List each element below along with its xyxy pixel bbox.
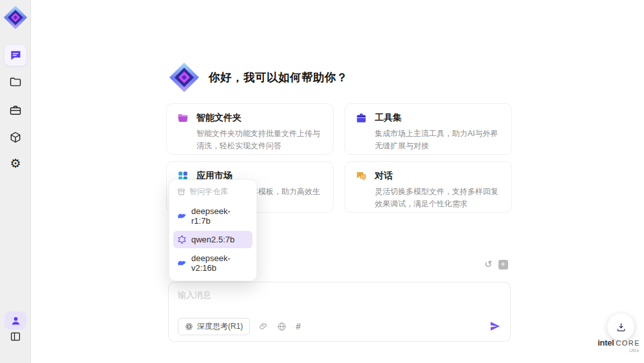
card-smart-folder[interactable]: 智能文件夹 智能文件夹功能支持批量文件上传与清洗，轻松实现文件问答 [166,103,334,155]
card-description: 灵活切换多模型文件，支持多样回复效果调试，满足个性化需求 [375,186,501,210]
message-input[interactable] [178,289,500,314]
card-toolset[interactable]: 工具集 集成市场上主流工具，助力AI与外界无缝扩展与对接 [345,103,512,155]
model-option-qwen[interactable]: qwen2.5:7b [173,231,252,248]
composer: 深度思考(R1) # [168,282,511,342]
new-chat-icon[interactable]: + [498,260,508,270]
greeting: 你好，我可以如何帮助你？ [169,62,348,93]
briefcase-blue-icon [355,112,367,124]
gear-icon: ⚙ [10,157,21,170]
sidebar-item-models[interactable] [5,127,26,148]
briefcase-icon [9,104,22,117]
app-logo-icon [3,5,28,30]
model-option-label: qwen2.5:7b [191,235,234,244]
sidebar-item-panel-toggle[interactable] [5,328,26,346]
deep-think-label: 深度思考(R1) [197,321,243,332]
download-icon [616,322,627,333]
deepseek-whale-icon [177,259,187,268]
split-panel-icon [10,331,21,342]
chat-bubble-icon [9,49,22,62]
user-icon [10,315,21,326]
qwen-icon [177,235,187,244]
repo-icon [177,188,185,196]
intel-core-logo: intel core Ultra [595,338,643,353]
sidebar-item-toolbox[interactable] [5,100,26,121]
model-option-deepseek-v2[interactable]: deepseek-v2:16b [173,250,252,277]
card-title: 智能文件夹 [196,112,242,124]
app-logo-icon [169,62,200,93]
intel-wordmark: intel [598,338,614,348]
core-wordmark: core [616,339,640,347]
model-option-label: deepseek-v2:16b [191,253,249,273]
sidebar-item-chat[interactable] [5,45,26,66]
chat-amber-icon [355,170,367,182]
app-window: ⚙ [0,0,644,363]
sidebar: ⚙ [0,0,31,363]
sidebar-item-settings[interactable]: ⚙ [5,153,26,173]
card-title: 对话 [375,170,393,182]
download-button[interactable] [607,313,634,340]
card-title: 工具集 [375,112,402,124]
composer-toolbar: 深度思考(R1) # [178,318,501,335]
greeting-title: 你好，我可以如何帮助你？ [209,70,348,85]
card-description: 集成市场上主流工具，助力AI与外界无缝扩展与对接 [375,128,501,152]
card-description: 智能文件夹功能支持批量文件上传与清洗，轻松实现文件问答 [196,128,323,152]
globe-icon[interactable] [277,322,287,331]
deepseek-whale-icon [177,211,187,221]
history-icon[interactable]: ↺ [484,260,493,270]
model-dropdown-header-label: 智问学仓库 [189,186,228,197]
sidebar-item-folders[interactable] [5,72,26,92]
model-dropdown-header: 智问学仓库 [173,184,252,201]
folder-icon [9,75,22,88]
folder-purple-icon [177,112,189,124]
deep-think-toggle[interactable]: 深度思考(R1) [178,318,250,335]
intel-sub-label: Ultra [595,348,639,353]
model-option-deepseek-r1[interactable]: deepseek-r1:7b [173,202,252,230]
send-button[interactable] [489,320,501,332]
prompt-library-icon[interactable]: # [296,321,301,331]
model-option-label: deepseek-r1:7b [191,206,249,226]
model-dropdown: 智问学仓库 deepseek-r1:7b qwen2.5:7b [169,179,257,281]
atom-icon [185,322,193,331]
cube-icon [9,131,22,144]
sidebar-item-account[interactable] [5,311,26,329]
card-conversation[interactable]: 对话 灵活切换多模型文件，支持多样回复效果调试，满足个性化需求 [345,161,512,213]
chat-actions: ↺ + [484,260,508,270]
attachment-icon[interactable] [259,322,268,331]
